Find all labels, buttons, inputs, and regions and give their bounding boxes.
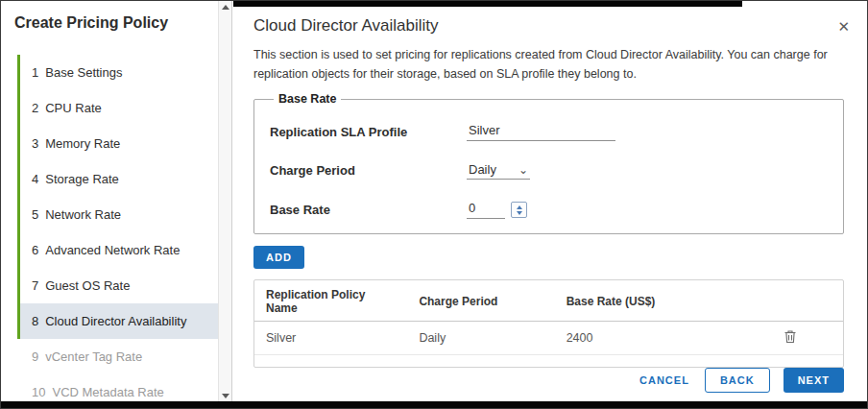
stepper-down-icon: [517, 211, 522, 215]
base-rate-input[interactable]: [467, 201, 505, 219]
step-number: 9: [32, 349, 38, 364]
table-row: Silver Daily 2400: [254, 322, 843, 355]
scroll-down-icon[interactable]: [222, 394, 229, 398]
step-number: 5: [32, 207, 38, 222]
wizard-sidebar: Create Pricing Policy 1Base Settings 2CP…: [1, 1, 218, 408]
step-number: 7: [32, 278, 38, 293]
base-rate-label: Base Rate: [270, 203, 467, 219]
replication-rates-table: Replication Policy Name Charge Period Ba…: [253, 279, 844, 368]
sidebar-item-cpu-rate[interactable]: 2CPU Rate: [17, 90, 218, 126]
add-button[interactable]: ADD: [253, 246, 304, 269]
step-number: 2: [32, 101, 38, 115]
sidebar-scrollbar[interactable]: [218, 1, 232, 408]
table-header-row: Replication Policy Name Charge Period Ba…: [254, 280, 843, 322]
sidebar-item-memory-rate[interactable]: 3Memory Rate: [17, 126, 218, 161]
replication-sla-profile-label: Replication SLA Profile: [270, 125, 467, 141]
panel-title: Cloud Director Availability: [253, 16, 844, 36]
step-label: Advanced Network Rate: [45, 243, 180, 257]
step-number: 8: [32, 314, 38, 328]
panel-description: This section is used to set pricing for …: [253, 45, 839, 84]
step-number: 4: [32, 172, 38, 186]
step-label: Memory Rate: [45, 136, 120, 151]
step-content-panel: ✕ Cloud Director Availability This secti…: [233, 1, 867, 408]
step-label: CPU Rate: [45, 101, 102, 115]
base-rate-legend: Base Rate: [274, 92, 341, 106]
step-label: vCenter Tag Rate: [45, 349, 142, 364]
charge-period-label: Charge Period: [270, 163, 467, 180]
step-label: Storage Rate: [45, 172, 119, 186]
base-rate-row: Base Rate: [270, 201, 828, 219]
wizard-steps: 1Base Settings 2CPU Rate 3Memory Rate 4S…: [1, 55, 218, 409]
step-label: Network Rate: [45, 207, 121, 222]
step-label: Cloud Director Availability: [45, 314, 186, 328]
sidebar-item-network-rate[interactable]: 5Network Rate: [17, 197, 218, 232]
next-button[interactable]: NEXT: [784, 368, 844, 393]
stepper-up-icon: [517, 205, 522, 209]
replication-sla-profile-input[interactable]: [467, 123, 615, 141]
cancel-button[interactable]: CANCEL: [638, 369, 691, 392]
back-button[interactable]: BACK: [705, 368, 770, 393]
table-empty-space: [254, 355, 843, 367]
sidebar-item-guest-os-rate[interactable]: 7Guest OS Rate: [17, 268, 218, 303]
dialog-footer: CANCEL BACK NEXT: [638, 368, 844, 393]
col-replication-policy-name: Replication Policy Name: [254, 280, 407, 322]
step-label: VCD Metadata Rate: [52, 385, 163, 399]
charge-period-select[interactable]: Daily ⌄: [467, 162, 530, 180]
step-label: Base Settings: [45, 65, 122, 80]
chevron-down-icon: ⌄: [518, 166, 528, 174]
top-black-bar: [233, 1, 742, 7]
step-number: 6: [32, 243, 38, 257]
trash-icon: [784, 329, 797, 344]
col-base-rate: Base Rate (US$): [555, 280, 773, 322]
sidebar-item-vcenter-tag-rate[interactable]: 9vCenter Tag Rate: [17, 339, 218, 374]
replication-sla-profile-row: Replication SLA Profile: [270, 123, 828, 141]
charge-period-value: Daily: [469, 162, 496, 177]
bottom-black-bar: [1, 401, 867, 408]
sidebar-item-storage-rate[interactable]: 4Storage Rate: [17, 161, 218, 197]
col-actions: [772, 280, 843, 322]
close-icon[interactable]: ✕: [837, 18, 850, 36]
number-stepper[interactable]: [511, 202, 527, 218]
cell-base-rate: 2400: [555, 322, 773, 355]
cell-charge-period: Daily: [407, 322, 554, 355]
create-pricing-policy-dialog: Create Pricing Policy 1Base Settings 2CP…: [0, 0, 868, 409]
step-label: Guest OS Rate: [45, 278, 130, 293]
base-rate-fieldset: Base Rate Replication SLA Profile Charge…: [253, 92, 844, 234]
scroll-up-icon[interactable]: [222, 5, 229, 10]
sidebar-item-advanced-network-rate[interactable]: 6Advanced Network Rate: [17, 232, 218, 268]
step-number: 10: [32, 385, 45, 399]
col-charge-period: Charge Period: [407, 280, 554, 322]
cell-policy-name: Silver: [254, 322, 407, 355]
charge-period-row: Charge Period Daily ⌄: [270, 162, 828, 180]
step-number: 1: [32, 65, 38, 80]
delete-row-button[interactable]: [784, 329, 797, 344]
step-number: 3: [32, 136, 38, 151]
sidebar-item-cloud-director-availability[interactable]: 8Cloud Director Availability: [17, 303, 218, 339]
sidebar-item-base-settings[interactable]: 1Base Settings: [17, 55, 218, 90]
wizard-title: Create Pricing Policy: [14, 14, 218, 32]
